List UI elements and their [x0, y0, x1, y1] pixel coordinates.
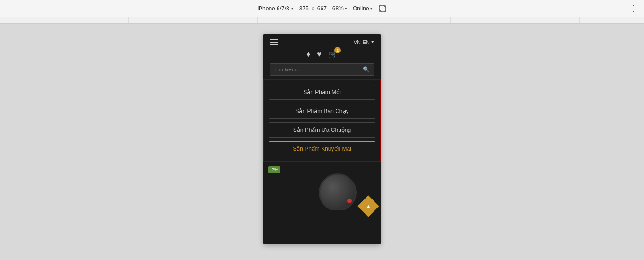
separator: x [312, 5, 314, 12]
phone-frame: VN-EN ▾ ♦ ♥ 🛒 2 🔍 Sản Phẩm Mới Sản Phẩm … [263, 34, 381, 244]
device-chevron: ▾ [291, 6, 294, 11]
search-bar: 🔍 [270, 63, 374, 76]
height-value: 667 [317, 5, 327, 12]
ruler [0, 17, 644, 24]
nav-item-best-sellers[interactable]: Sản Phẩm Bán Chạy [269, 104, 375, 119]
online-chevron: ▾ [370, 6, 373, 11]
zoom-chevron: ▾ [345, 6, 347, 11]
product-preview-section: -7% [263, 162, 381, 218]
header-top-row: VN-EN ▾ [270, 39, 374, 45]
online-selector[interactable]: Online ▾ [353, 5, 373, 12]
online-status: Online [353, 5, 369, 12]
search-submit-icon[interactable]: 🔍 [363, 66, 370, 73]
discount-badge: -7% [268, 166, 280, 173]
more-button[interactable]: ⋮ [629, 3, 638, 14]
nav-item-promotions[interactable]: Sản Phẩm Khuyến Mãi [269, 141, 375, 156]
ruler-seg-8 [451, 17, 515, 23]
ruler-seg-5 [258, 17, 322, 23]
width-value: 375 [299, 5, 309, 12]
wishlist-icon[interactable]: ♥ [317, 50, 322, 59]
watch-crown [347, 199, 352, 203]
cart-icon[interactable]: 🛒 2 [328, 50, 338, 59]
watch-image [312, 166, 364, 218]
browser-toolbar: iPhone 6/7/8 ▾ 375 x 667 68% ▾ Online ▾ … [0, 0, 644, 17]
ruler-seg-1 [0, 17, 64, 23]
lang-label: VN-EN [354, 39, 370, 45]
watch-strap-bottom [332, 210, 343, 218]
device-name: iPhone 6/7/8 [257, 5, 289, 12]
zoom-selector[interactable]: 68% ▾ [332, 5, 347, 12]
nav-item-favorites[interactable]: Sản Phẩm Ưa Chuộng [269, 122, 375, 138]
dimensions-display: 375 x 667 [299, 5, 327, 12]
navigation-menu: Sản Phẩm Mới Sản Phẩm Bán Chạy Sản Phẩm … [263, 79, 381, 162]
rotate-icon[interactable] [378, 4, 387, 13]
ruler-seg-6 [322, 17, 386, 23]
lang-chevron: ▾ [371, 39, 374, 45]
user-icon[interactable]: ♦ [306, 50, 310, 59]
device-selector[interactable]: iPhone 6/7/8 ▾ [257, 5, 293, 12]
ruler-seg-10 [580, 17, 644, 23]
ruler-seg-7 [386, 17, 451, 23]
main-canvas: VN-EN ▾ ♦ ♥ 🛒 2 🔍 Sản Phẩm Mới Sản Phẩm … [0, 24, 644, 260]
cart-count-badge: 2 [334, 47, 341, 53]
header-icons-row: ♦ ♥ 🛒 2 [270, 50, 374, 59]
ruler-seg-2 [64, 17, 129, 23]
ruler-seg-9 [515, 17, 580, 23]
zoom-value: 68% [332, 5, 344, 12]
language-selector[interactable]: VN-EN ▾ [354, 39, 374, 45]
watch-face [319, 173, 357, 211]
ruler-seg-4 [193, 17, 258, 23]
nav-item-new-products[interactable]: Sản Phẩm Mới [269, 85, 375, 100]
phone-header: VN-EN ▾ ♦ ♥ 🛒 2 🔍 [263, 34, 381, 79]
search-input[interactable] [274, 67, 363, 72]
ruler-seg-3 [129, 17, 193, 23]
hamburger-menu-button[interactable] [270, 39, 278, 45]
